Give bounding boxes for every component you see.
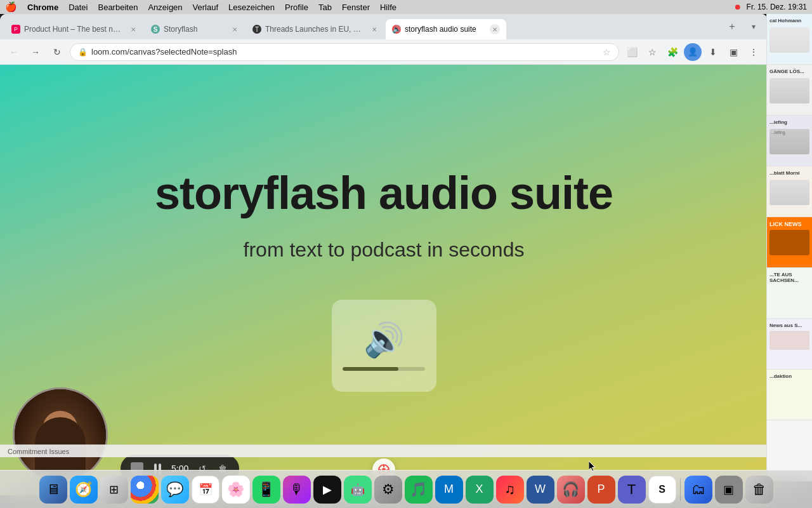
tab-list-button[interactable]: ▾ [745, 18, 763, 36]
apple-menu[interactable]: 🍎 [5, 1, 17, 13]
dock-divider [680, 478, 681, 501]
page-title: storyflash audio suite [155, 168, 613, 218]
new-tab-button[interactable]: + [723, 18, 741, 36]
menu-lesezeichen[interactable]: Lesezeichen [228, 3, 275, 12]
dock-excel[interactable]: X [466, 476, 494, 504]
menu-datei[interactable]: Datei [69, 3, 88, 12]
lock-icon: 🔒 [78, 48, 88, 57]
menu-bar-right: ⏺ Fr. 15. Dez. 19:31 [734, 3, 807, 11]
other-window-item-4: ...blatt Morni [767, 166, 812, 217]
cast-icon[interactable]: ⬜ [623, 43, 641, 61]
menu-bar: 🍎 Chrome Datei Bearbeiten Anzeigen Verla… [0, 0, 812, 14]
sidebar-icon[interactable]: ▣ [724, 43, 742, 61]
other-window-item-6: ...TE AUS SACHSEN... [767, 268, 812, 319]
dock-powerpoint[interactable]: P [587, 476, 615, 504]
other-window-item-7: News aus S... [767, 319, 812, 370]
other-window-text-2: GÄNGE LÖS... [768, 67, 811, 76]
other-window-item-3: ...iefing ...iefing [767, 116, 812, 166]
more-icon[interactable]: ⋮ [745, 43, 763, 61]
progress-bar-fill [343, 367, 398, 371]
dock-photos[interactable]: 🌸 [222, 476, 250, 504]
dock-calendar[interactable]: 📅 [192, 476, 219, 504]
address-bar-actions: ⬜ ☆ 🧩 👤 ⬇ ▣ ⋮ [623, 43, 763, 61]
tab-close-threads[interactable]: ✕ [369, 24, 379, 34]
dock-sonos[interactable]: S [648, 476, 676, 504]
menu-hilfe[interactable]: Hilfe [380, 3, 396, 12]
browser-window: P Product Hunt – The best new... ✕ S Sto… [0, 14, 768, 495]
main-content: storyflash audio suite from text to podc… [0, 65, 768, 495]
dock-whatsapp[interactable]: 📱 [252, 476, 280, 504]
extensions-icon[interactable]: 🧩 [664, 43, 681, 61]
tab-favicon-suite: 🔊 [392, 25, 401, 34]
forward-button[interactable]: → [27, 43, 44, 61]
tab-close-suite[interactable]: ✕ [490, 24, 500, 34]
dock-traktor[interactable]: 🎧 [557, 476, 585, 504]
tab-favicon-sf: S [151, 25, 160, 34]
other-window-text-1: cal Hohmann [768, 17, 811, 25]
dock-appletv[interactable]: ▶ [313, 476, 341, 504]
dock-sysprefs[interactable]: ⚙ [374, 476, 402, 504]
other-window-text-6: ...TE AUS SACHSEN... [768, 271, 811, 284]
menu-bearbeiten[interactable]: Bearbeiten [98, 3, 138, 12]
dock-music[interactable]: ♫ [496, 476, 524, 504]
tab-storyflash-suite[interactable]: 🔊 storyflash audio suite ✕ [386, 19, 506, 39]
page-subtitle: from text to podcast in seconds [244, 238, 525, 262]
dock-android[interactable]: 🤖 [344, 476, 372, 504]
tab-close-ph[interactable]: ✕ [128, 24, 138, 34]
other-window-item-2: GÄNGE LÖS... [767, 65, 812, 116]
tab-threads[interactable]: T Threads Launches in EU, Exp... ✕ [246, 19, 386, 39]
other-window-text-8: ...daktion [768, 372, 811, 380]
tab-close-sf[interactable]: ✕ [230, 24, 240, 34]
recording-indicator: ⏺ [734, 3, 742, 11]
webcam-overlay [13, 387, 108, 483]
dock-launchpad[interactable]: ⊞ [100, 476, 128, 504]
dock-word[interactable]: W [527, 476, 554, 504]
url-text: loom.com/canvas?selectedNote=splash [91, 47, 599, 57]
other-window-item-8: ...daktion [767, 370, 812, 420]
back-button[interactable]: ← [5, 43, 23, 61]
dock-outlook[interactable]: M [435, 476, 463, 504]
dock-chrome[interactable] [131, 476, 159, 504]
menu-tab[interactable]: Tab [318, 3, 332, 12]
tab-favicon-threads: T [252, 25, 261, 34]
menu-anzeigen[interactable]: Anzeigen [148, 3, 182, 12]
menu-fenster[interactable]: Fenster [342, 3, 370, 12]
tab-strip-end: + ▾ [721, 18, 763, 39]
tab-favicon-ph: P [11, 25, 20, 34]
speaker-icon: 🔊 [363, 321, 405, 359]
dock-trash[interactable]: 🗑 [745, 476, 773, 504]
other-window-text-7: News aus S... [768, 321, 811, 330]
bookmark-star-icon[interactable]: ☆ [643, 43, 661, 61]
tab-title-ph: Product Hunt – The best new... [24, 25, 124, 34]
dock-messages[interactable]: 💬 [161, 476, 189, 504]
app-name[interactable]: Chrome [27, 3, 58, 12]
tab-producthunt[interactable]: P Product Hunt – The best new... ✕ [5, 19, 145, 39]
reload-button[interactable]: ↻ [48, 43, 66, 61]
menu-profile[interactable]: Profile [285, 3, 308, 12]
other-window-text-4: ...blatt Morni [768, 169, 811, 177]
dock-files[interactable]: 🗂 [684, 476, 712, 504]
menu-verlauf[interactable]: Verlauf [193, 3, 218, 12]
other-window-item-5: LICK NEWS [767, 217, 812, 268]
other-window-item-1: cal Hohmann [767, 14, 812, 65]
tab-storyflash[interactable]: S Storyflash ✕ [145, 19, 246, 39]
url-bar[interactable]: 🔒 loom.com/canvas?selectedNote=splash ☆ [70, 43, 619, 61]
profile-icon[interactable]: 👤 [684, 43, 702, 61]
progress-bar-container [343, 367, 425, 371]
dock-teams[interactable]: T [618, 476, 646, 504]
dock-podcast[interactable]: 🎙 [283, 476, 311, 504]
webcam-person [15, 389, 106, 481]
dock-safari[interactable]: 🧭 [70, 476, 98, 504]
dock-expose[interactable]: ▣ [715, 476, 743, 504]
menubar-time: Fr. 15. Dez. 19:31 [747, 3, 807, 11]
tab-title-sf: Storyflash [164, 25, 226, 34]
dock-spotify[interactable]: 🎵 [405, 476, 433, 504]
bottom-bar-text: Commitment Issues [8, 448, 69, 455]
address-bar: ← → ↻ 🔒 loom.com/canvas?selectedNote=spl… [0, 39, 768, 65]
other-window-panel: cal Hohmann GÄNGE LÖS... ...iefing ...ie… [766, 14, 812, 481]
storyflash-content: storyflash audio suite from text to podc… [0, 65, 768, 495]
tab-title-threads: Threads Launches in EU, Exp... [265, 25, 365, 34]
dock: 🖥 🧭 ⊞ 💬 📅 🌸 📱 🎙 ▶ 🤖 ⚙ 🎵 M [0, 470, 812, 508]
dock-finder[interactable]: 🖥 [39, 476, 67, 504]
download-icon[interactable]: ⬇ [704, 43, 722, 61]
